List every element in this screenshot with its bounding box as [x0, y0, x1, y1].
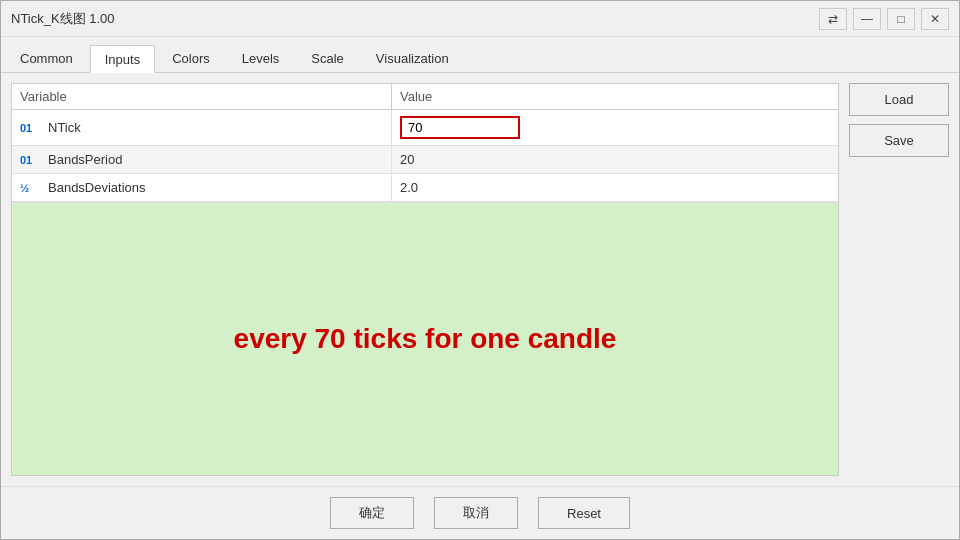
row-bandsperiod-var: 01 BandsPeriod: [12, 146, 392, 173]
save-button[interactable]: Save: [849, 124, 949, 157]
right-panel: Load Save: [849, 83, 949, 476]
row-bandsdev-val: 2.0: [392, 174, 838, 201]
main-window: NTick_K线图 1.00 ⇄ — □ ✕ Common Inputs Col…: [0, 0, 960, 540]
tab-common[interactable]: Common: [5, 44, 88, 72]
table-header: Variable Value: [12, 84, 838, 110]
ntick-input[interactable]: [400, 116, 520, 139]
minimize-button[interactable]: —: [853, 8, 881, 30]
header-value: Value: [392, 84, 838, 109]
main-panel: Variable Value 01 NTick 01: [11, 83, 839, 476]
table-row: 01 NTick: [12, 110, 838, 146]
title-buttons: ⇄ — □ ✕: [819, 8, 949, 30]
tab-bar: Common Inputs Colors Levels Scale Visual…: [1, 37, 959, 73]
reset-button[interactable]: Reset: [538, 497, 630, 529]
table-row: 01 BandsPeriod 20: [12, 146, 838, 174]
footer: 确定 取消 Reset: [1, 486, 959, 539]
tab-colors[interactable]: Colors: [157, 44, 225, 72]
restore-button[interactable]: ⇄: [819, 8, 847, 30]
row-ntick-val: [392, 110, 838, 145]
tab-inputs[interactable]: Inputs: [90, 45, 155, 73]
tab-levels[interactable]: Levels: [227, 44, 295, 72]
header-variable: Variable: [12, 84, 392, 109]
title-bar: NTick_K线图 1.00 ⇄ — □ ✕: [1, 1, 959, 37]
maximize-button[interactable]: □: [887, 8, 915, 30]
tab-visualization[interactable]: Visualization: [361, 44, 464, 72]
tab-scale[interactable]: Scale: [296, 44, 359, 72]
close-button[interactable]: ✕: [921, 8, 949, 30]
preview-text: every 70 ticks for one candle: [234, 323, 617, 355]
row-bandsdev-var: ½ BandsDeviations: [12, 174, 392, 201]
row-ntick-var: 01 NTick: [12, 110, 392, 145]
preview-area: every 70 ticks for one candle: [12, 202, 838, 475]
window-title: NTick_K线图 1.00: [11, 10, 115, 28]
confirm-button[interactable]: 确定: [330, 497, 414, 529]
load-button[interactable]: Load: [849, 83, 949, 116]
row-bandsperiod-val: 20: [392, 146, 838, 173]
cancel-button[interactable]: 取消: [434, 497, 518, 529]
table-row: ½ BandsDeviations 2.0: [12, 174, 838, 202]
content-area: Variable Value 01 NTick 01: [1, 73, 959, 486]
